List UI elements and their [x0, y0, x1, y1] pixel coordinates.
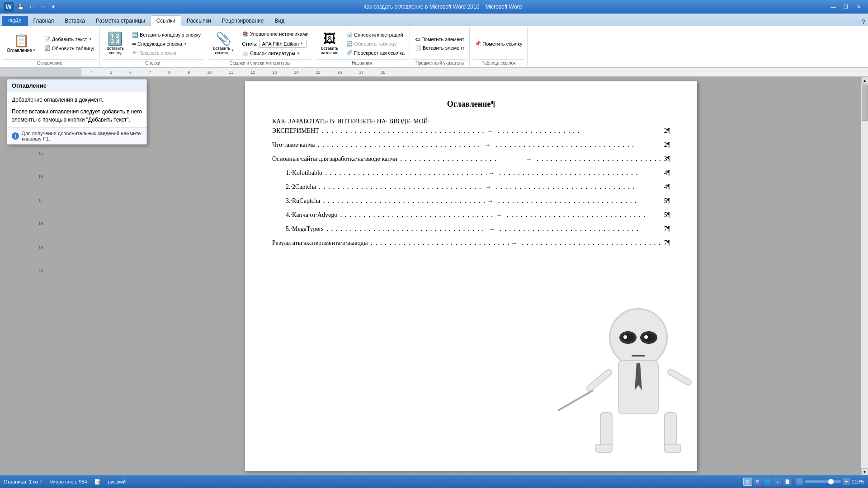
scroll-down-button[interactable]: ▼ [861, 468, 868, 475]
manage-sources-button[interactable]: 📚 Управление источниками [240, 30, 311, 38]
toc-entry-4: 1.·Kolotibablo .........................… [272, 169, 670, 177]
view-outline-button[interactable]: ≡ [773, 478, 782, 486]
mark-entry-button[interactable]: 🏷 Пометить элемент [413, 35, 467, 43]
toc-dots-7b: .............................. [505, 211, 660, 218]
ruler-mark-18: 18 [381, 70, 385, 75]
vertical-scrollbar[interactable]: ▲ ▼ [861, 77, 868, 475]
scroll-up-button[interactable]: ▲ [861, 77, 868, 84]
insert-endnote-button[interactable]: 🔤 Вставить концевую сноску [130, 31, 203, 39]
word-icon: W [4, 2, 14, 12]
ruler-mark-8: 8 [168, 70, 170, 75]
undo-qa-btn[interactable]: ↩ [27, 2, 36, 11]
insert-citation-button[interactable]: 📎 Вставитьссылку ▼ [209, 31, 238, 57]
insert-footnote-label: Вставитьсноску [107, 46, 124, 55]
tooltip-body: Добавление оглавления в документ. После … [7, 92, 146, 127]
toc-group-content: 📋 Оглавление ▼ 📝 Добавить текст ▼ 🔄 Обно… [3, 28, 97, 59]
scroll-thumb[interactable] [862, 84, 868, 121]
next-footnote-label: Следующая сноска [137, 41, 182, 47]
toc-text-3: Основные·сайты·для·заработка·на·вводе·ка… [272, 155, 397, 163]
scroll-track[interactable] [861, 84, 868, 468]
zoom-in-button[interactable]: + [843, 478, 850, 485]
toc-text-6: 3.·RuCaptcha [286, 197, 320, 205]
cross-ref-icon: 🔗 [346, 50, 353, 56]
toc-button[interactable]: 📋 Оглавление ▼ [3, 33, 40, 55]
maximize-button[interactable]: ❐ [840, 2, 852, 11]
insert-footnote-button[interactable]: 🔢 Вставитьсноску [103, 31, 128, 57]
toc-dots-1b: ........................................… [321, 127, 485, 134]
update-toc-button[interactable]: 🔄 Обновить таблицу [42, 44, 97, 52]
add-text-arrow: ▼ [89, 37, 92, 41]
ruler-num-15: 15 [38, 151, 43, 155]
endnote-icon: 🔤 [132, 32, 138, 38]
show-notes-label: Показать сноски [138, 50, 176, 56]
tab-view[interactable]: Вид [269, 16, 290, 26]
style-dropdown[interactable]: APA Fifth Edition ▼ [259, 40, 307, 48]
tab-mailings[interactable]: Рассылки [181, 16, 217, 26]
tab-file[interactable]: Файл [2, 16, 28, 26]
index-group-label: Предметный указатель [413, 59, 467, 66]
title-bar-left: W 💾 ↩ ↪ ▼ [4, 2, 58, 12]
cross-ref-button[interactable]: 🔗 Перекрестная ссылка [344, 48, 407, 57]
ruler-mark-14: 14 [294, 70, 298, 75]
toc-dots-8b: .............................. [499, 225, 660, 232]
tab-review[interactable]: Рецензирование [217, 16, 269, 26]
update-table2-button[interactable]: 🔄 Обновить таблицу [344, 39, 407, 48]
toc-text-1b: ЭКСПЕРИМЕНТ [272, 127, 319, 135]
toc-entry-8: 5.·MegaTypers ..........................… [272, 225, 670, 233]
add-text-button[interactable]: 📝 Добавить текст ▼ [42, 35, 97, 43]
insert-index-button[interactable]: 📑 Вставить элемент [413, 44, 467, 52]
zoom-slider-thumb[interactable] [828, 479, 834, 484]
captions-group: 🖼 Вставитьназвание 📊 Список иллюстраций … [314, 27, 410, 66]
footnotes-group-label: Сноски [103, 59, 203, 66]
toc-entry-1b: ЭКСПЕРИМЕНТ ............................… [272, 127, 670, 135]
page-info: Страница: 1 из 7 [4, 479, 42, 485]
tab-home[interactable]: Главная [28, 16, 60, 26]
save-qa-btn[interactable]: 💾 [16, 2, 25, 11]
ruler-mark-12: 12 [250, 70, 255, 75]
tab-pagelayout[interactable]: Разметка страницы [90, 16, 151, 26]
index-group-content: 🏷 Пометить элемент 📑 Вставить элемент [413, 28, 467, 59]
toc-dots-3: ..................... [399, 155, 524, 162]
toc-icon: 📋 [14, 34, 29, 47]
status-bar: Страница: 1 из 7 Число слов: 984 📝 русск… [0, 475, 868, 488]
insert-caption-button[interactable]: 🖼 Вставитьназвание [317, 31, 343, 57]
close-button[interactable]: ✕ [853, 2, 864, 11]
toc-entry-1: КАК· ЗАРАБОТАТЬ· В· ИНТЕРНЕТЕ· НА· ВВОДЕ… [272, 118, 670, 125]
bibliography-button[interactable]: 📖 Список литературы ▼ [240, 49, 311, 58]
show-notes-button[interactable]: 👁 Показать сноски [130, 49, 203, 57]
view-normal-button[interactable]: ▤ [743, 478, 752, 486]
document-title: Оглавление¶ [272, 99, 670, 109]
toc-page-8: 7¶ [664, 225, 670, 233]
redo-qa-btn[interactable]: ↪ [38, 2, 47, 11]
help-button[interactable]: ? [859, 17, 868, 26]
toc-text-4: 1.·Kolotibablo [286, 169, 322, 177]
zoom-slider[interactable] [805, 480, 841, 483]
mark-citation-button[interactable]: 📌 Пометить ссылку [472, 39, 524, 48]
quick-access-toolbar: 💾 ↩ ↪ ▼ [16, 2, 58, 11]
zoom-out-button[interactable]: − [796, 478, 803, 485]
status-bar-right: ▤ ⊡ 🌐 ≡ 📄 − + 110% [743, 478, 864, 486]
tooltip-footer: i Для получения дополнительных сведений … [7, 127, 146, 144]
customize-qa-btn[interactable]: ▼ [49, 2, 58, 11]
view-draft-button[interactable]: 📄 [783, 478, 792, 486]
ruler-mark-15: 15 [316, 70, 320, 75]
window-title: Как создать оглавление в Microsoft Word … [58, 4, 827, 10]
ribbon-content: 📋 Оглавление ▼ 📝 Добавить текст ▼ 🔄 Обно… [0, 26, 868, 68]
insert-table-figures-button[interactable]: 📊 Список иллюстраций [344, 30, 407, 39]
cross-ref-label: Перекрестная ссылка [354, 50, 405, 56]
toc-entry-2: Что·такое·капча ........................… [272, 141, 670, 149]
view-web-button[interactable]: 🌐 [763, 478, 772, 486]
toc-small-btns: 📝 Добавить текст ▼ 🔄 Обновить таблицу [42, 35, 97, 52]
next-footnote-button[interactable]: ➡ Следующая сноска ▼ [130, 40, 203, 48]
captions-group-content: 🖼 Вставитьназвание 📊 Список иллюстраций … [317, 28, 407, 59]
toc-page-4: 4¶ [664, 169, 670, 177]
tab-references[interactable]: Ссылки [151, 15, 181, 27]
window-controls: — ❐ ✕ [827, 2, 864, 11]
table-auth-group: 📌 Пометить ссылку Таблица ссылок [470, 27, 528, 66]
toc-dots-6b: .............................. [497, 197, 660, 204]
table-figures-label: Список иллюстраций [354, 32, 403, 38]
tab-insert[interactable]: Вставка [59, 16, 90, 26]
insert-index-label: Вставить элемент [423, 45, 464, 51]
minimize-button[interactable]: — [827, 2, 839, 11]
view-fullscreen-button[interactable]: ⊡ [753, 478, 762, 486]
